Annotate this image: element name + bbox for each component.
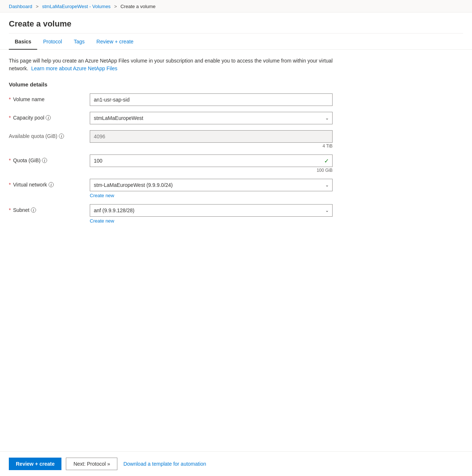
virtual-network-select-wrapper: stm-LaMaEuropeWest (9.9.9.0/24) ⌄: [90, 179, 333, 191]
virtual-network-info-icon[interactable]: i: [49, 182, 54, 187]
subnet-info-icon[interactable]: i: [31, 207, 36, 213]
download-template-link[interactable]: Download a template for automation: [122, 458, 207, 470]
quota-info-icon[interactable]: i: [42, 158, 47, 163]
quota-input[interactable]: [90, 154, 333, 167]
quota-label: * Quota (GiB) i: [9, 154, 90, 163]
next-protocol-button[interactable]: Next: Protocol »: [66, 458, 117, 470]
capacity-pool-select[interactable]: stmLaMaEuropeWest: [90, 112, 333, 124]
available-quota-row: Available quota (GiB) i 4 TiB: [9, 130, 340, 149]
quota-input-wrapper: ✓: [90, 154, 333, 167]
available-quota-info-icon[interactable]: i: [59, 134, 64, 139]
volume-name-wrapper: [90, 93, 333, 106]
page-title: Create a volume: [0, 13, 472, 33]
subnet-wrapper: anf (9.9.9.128/28) ⌄ Create new: [90, 204, 333, 224]
review-create-button[interactable]: Review + create: [9, 458, 61, 470]
virtual-network-label: * Virtual network i: [9, 179, 90, 188]
quota-row: * Quota (GiB) i ✓ 100 GiB: [9, 154, 340, 173]
volume-details-title: Volume details: [9, 81, 463, 88]
breadcrumb-sep-2: >: [114, 4, 118, 9]
subnet-row: * Subnet i anf (9.9.9.128/28) ⌄ Create n…: [9, 204, 340, 224]
tab-tags[interactable]: Tags: [68, 33, 91, 50]
tab-bar: Basics Protocol Tags Review + create: [0, 33, 472, 50]
breadcrumb-volumes[interactable]: stmLaMaEuropeWest - Volumes: [42, 4, 110, 9]
capacity-pool-label: * Capacity pool i: [9, 112, 90, 121]
available-quota-input: [90, 130, 333, 143]
quota-sub-text: 100 GiB: [90, 168, 333, 173]
capacity-pool-wrapper: stmLaMaEuropeWest ⌄: [90, 112, 333, 124]
tab-review-create[interactable]: Review + create: [91, 33, 139, 50]
subnet-label: * Subnet i: [9, 204, 90, 213]
subnet-create-new-link[interactable]: Create new: [90, 218, 333, 224]
footer: Review + create Next: Protocol » Downloa…: [0, 451, 472, 476]
learn-more-link[interactable]: Learn more about Azure NetApp Files: [31, 65, 117, 71]
breadcrumb-sep-1: >: [36, 4, 40, 9]
capacity-pool-select-wrapper: stmLaMaEuropeWest ⌄: [90, 112, 333, 124]
required-star-name: *: [9, 96, 11, 102]
available-quota-wrapper: 4 TiB: [90, 130, 333, 149]
volume-name-row: * Volume name: [9, 93, 340, 106]
available-quota-sub-text: 4 TiB: [90, 143, 333, 149]
tab-basics[interactable]: Basics: [9, 33, 37, 50]
required-star-subnet: *: [9, 207, 11, 213]
description-text: This page will help you create an Azure …: [9, 57, 340, 72]
virtual-network-create-new-link[interactable]: Create new: [90, 193, 333, 198]
available-quota-label: Available quota (GiB) i: [9, 130, 90, 139]
virtual-network-wrapper: stm-LaMaEuropeWest (9.9.9.0/24) ⌄ Create…: [90, 179, 333, 198]
breadcrumb: Dashboard > stmLaMaEuropeWest - Volumes …: [0, 0, 472, 13]
required-star-pool: *: [9, 115, 11, 121]
virtual-network-select[interactable]: stm-LaMaEuropeWest (9.9.9.0/24): [90, 179, 333, 191]
quota-wrapper: ✓ 100 GiB: [90, 154, 333, 173]
capacity-pool-row: * Capacity pool i stmLaMaEuropeWest ⌄: [9, 112, 340, 124]
required-star-quota: *: [9, 157, 11, 163]
tab-protocol[interactable]: Protocol: [37, 33, 68, 50]
subnet-select[interactable]: anf (9.9.9.128/28): [90, 204, 333, 217]
main-content: This page will help you create an Azure …: [0, 50, 472, 451]
virtual-network-row: * Virtual network i stm-LaMaEuropeWest (…: [9, 179, 340, 198]
volume-name-input[interactable]: [90, 93, 333, 106]
subnet-select-wrapper: anf (9.9.9.128/28) ⌄: [90, 204, 333, 217]
volume-name-label: * Volume name: [9, 93, 90, 102]
breadcrumb-dashboard[interactable]: Dashboard: [9, 4, 32, 9]
breadcrumb-current: Create a volume: [120, 4, 155, 9]
capacity-pool-info-icon[interactable]: i: [46, 115, 51, 120]
required-star-vnet: *: [9, 182, 11, 188]
